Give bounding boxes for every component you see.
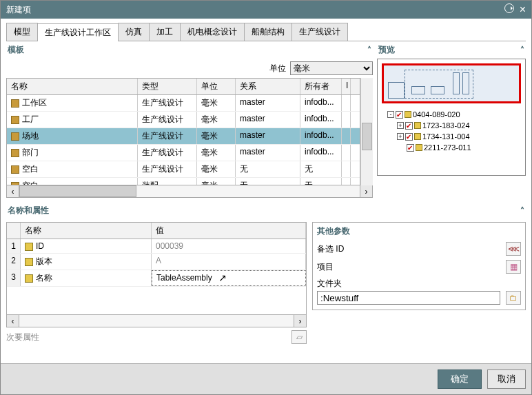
grid-header-cell[interactable]: I bbox=[342, 79, 351, 94]
folder-browse-button[interactable]: 🗀 bbox=[506, 291, 521, 305]
table-row[interactable]: 部门生产线设计毫米masterinfodb... bbox=[7, 145, 360, 161]
tab-3[interactable]: 加工 bbox=[149, 23, 181, 41]
other-params-label: 其他参数 bbox=[317, 225, 521, 240]
cancel-button[interactable]: 取消 bbox=[487, 369, 526, 389]
collapse-props-icon[interactable]: ˄ bbox=[520, 206, 524, 216]
alt-id-button[interactable]: ⋘ bbox=[506, 242, 521, 256]
refresh-icon[interactable] bbox=[504, 3, 514, 13]
secondary-props-icon[interactable]: ▱ bbox=[291, 330, 307, 344]
window-title: 新建项 bbox=[6, 4, 31, 16]
close-icon[interactable]: × bbox=[520, 3, 526, 16]
tab-6[interactable]: 生产线设计 bbox=[291, 23, 348, 41]
table-row[interactable]: 空白生产线设计毫米无无 bbox=[7, 161, 360, 178]
tab-bar: 模型生产线设计工作区仿真加工机电概念设计船舶结构生产线设计 bbox=[6, 23, 526, 41]
secondary-props-label: 次要属性 bbox=[6, 332, 39, 343]
collapse-template-icon[interactable]: ˄ bbox=[367, 45, 371, 55]
vertical-scrollbar[interactable] bbox=[360, 78, 373, 185]
props-grid: 名称 值 1ID0000392版本A3名称TableAssembly bbox=[6, 222, 307, 315]
grid-header-cell[interactable]: 名称 bbox=[7, 79, 138, 94]
template-label: 模板 bbox=[8, 44, 24, 56]
tab-5[interactable]: 船舶结构 bbox=[244, 23, 292, 41]
table-row[interactable]: 空白装配毫米无无 bbox=[7, 178, 360, 185]
props-horizontal-scrollbar[interactable]: ‹ › bbox=[6, 315, 307, 327]
preview-image bbox=[382, 63, 521, 103]
prop-row[interactable]: 1ID000039 bbox=[7, 239, 306, 254]
collapse-preview-icon[interactable]: ˄ bbox=[520, 45, 524, 55]
grid-header-cell[interactable]: 单位 bbox=[197, 79, 236, 94]
tab-1[interactable]: 生产线设计工作区 bbox=[37, 23, 119, 41]
template-grid: 名称类型单位关系所有者I 工作区生产线设计毫米masterinfodb...工厂… bbox=[6, 78, 360, 185]
other-params: 其他参数 备选 ID ⋘ 项目 ▦ 文件夹 🗀 bbox=[312, 222, 526, 310]
tab-4[interactable]: 机电概念设计 bbox=[180, 23, 245, 41]
tab-0[interactable]: 模型 bbox=[6, 23, 38, 41]
project-label: 项目 bbox=[317, 261, 506, 273]
horizontal-scrollbar[interactable]: ‹ › bbox=[6, 185, 373, 198]
preview-label: 预览 bbox=[378, 44, 395, 56]
tree-item[interactable]: +1734-131-004 bbox=[386, 131, 521, 142]
grid-header-cell[interactable]: 类型 bbox=[138, 79, 197, 94]
scroll-left-icon[interactable]: ‹ bbox=[7, 185, 19, 197]
project-button[interactable]: ▦ bbox=[506, 260, 521, 274]
table-row[interactable]: 工厂生产线设计毫米masterinfodb... bbox=[7, 112, 360, 128]
tree-item[interactable]: +1723-183-024 bbox=[386, 120, 521, 131]
unit-select[interactable]: 毫米 bbox=[290, 61, 373, 75]
prop-row[interactable]: 3名称TableAssembly bbox=[7, 270, 306, 287]
table-row[interactable]: 场地生产线设计毫米masterinfodb... bbox=[7, 128, 360, 145]
dialog-window: 新建项 × 模型生产线设计工作区仿真加工机电概念设计船舶结构生产线设计 模板 ˄… bbox=[0, 0, 532, 395]
preview-box: -0404-089-020+1723-183-024+1734-131-0042… bbox=[377, 59, 526, 176]
grid-header-cell[interactable]: 所有者 bbox=[300, 79, 342, 94]
ok-button[interactable]: 确定 bbox=[438, 369, 482, 389]
dialog-footer: 确定 取消 bbox=[1, 363, 531, 394]
scroll-right-icon[interactable]: › bbox=[360, 185, 372, 197]
folder-input[interactable] bbox=[317, 291, 500, 305]
folder-label: 文件夹 bbox=[317, 278, 521, 290]
table-row[interactable]: 工作区生产线设计毫米masterinfodb... bbox=[7, 95, 360, 112]
prop-row[interactable]: 2版本A bbox=[7, 254, 306, 270]
props-label: 名称和属性 bbox=[8, 205, 49, 216]
scroll-left-icon[interactable]: ‹ bbox=[7, 315, 19, 327]
tree-item[interactable]: 2211-273-011 bbox=[386, 142, 521, 153]
unit-label: 单位 bbox=[269, 63, 286, 74]
preview-tree: -0404-089-020+1723-183-024+1734-131-0042… bbox=[382, 109, 521, 153]
grid-header-cell[interactable]: 关系 bbox=[236, 79, 300, 94]
alt-id-label: 备选 ID bbox=[317, 243, 506, 255]
tab-2[interactable]: 仿真 bbox=[118, 23, 150, 41]
props-col-value: 值 bbox=[152, 223, 306, 239]
titlebar: 新建项 × bbox=[1, 1, 531, 19]
tree-item[interactable]: -0404-089-020 bbox=[386, 109, 521, 120]
props-col-name: 名称 bbox=[21, 223, 152, 239]
scroll-right-icon[interactable]: › bbox=[294, 315, 306, 327]
